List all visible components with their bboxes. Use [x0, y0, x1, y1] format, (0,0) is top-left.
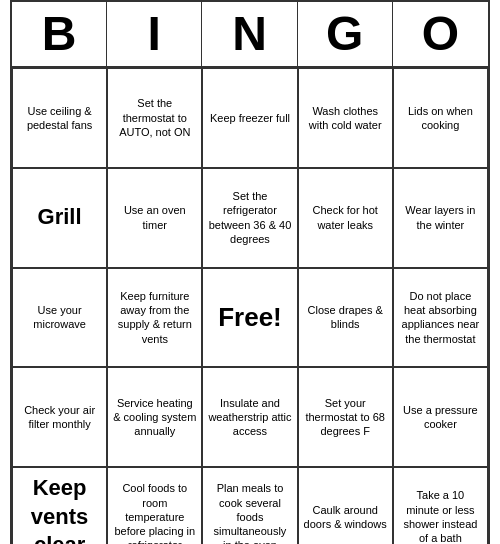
bingo-header: BINGO — [12, 2, 488, 68]
bingo-cell-0: Use ceiling & pedestal fans — [12, 68, 107, 168]
bingo-cell-17: Insulate and weatherstrip attic access — [202, 367, 297, 467]
bingo-cell-2: Keep freezer full — [202, 68, 297, 168]
bingo-cell-4: Lids on when cooking — [393, 68, 488, 168]
bingo-cell-13: Close drapes & blinds — [298, 268, 393, 368]
bingo-cell-15: Check your air filter monthly — [12, 367, 107, 467]
bingo-cell-20: Keep vents clear — [12, 467, 107, 544]
bingo-letter-n: N — [202, 2, 297, 66]
bingo-cell-12: Free! — [202, 268, 297, 368]
bingo-cell-14: Do not place heat absorbing appliances n… — [393, 268, 488, 368]
bingo-cell-21: Cool foods to room temperature before pl… — [107, 467, 202, 544]
bingo-grid: Use ceiling & pedestal fansSet the therm… — [12, 68, 488, 544]
bingo-cell-7: Set the refrigerator between 36 & 40 deg… — [202, 168, 297, 268]
bingo-cell-3: Wash clothes with cold water — [298, 68, 393, 168]
bingo-cell-6: Use an oven timer — [107, 168, 202, 268]
bingo-cell-10: Use your microwave — [12, 268, 107, 368]
bingo-letter-g: G — [298, 2, 393, 66]
bingo-cell-8: Check for hot water leaks — [298, 168, 393, 268]
bingo-cell-9: Wear layers in the winter — [393, 168, 488, 268]
bingo-cell-1: Set the thermostat to AUTO, not ON — [107, 68, 202, 168]
bingo-letter-o: O — [393, 2, 488, 66]
bingo-cell-16: Service heating & cooling system annuall… — [107, 367, 202, 467]
bingo-cell-24: Take a 10 minute or less shower instead … — [393, 467, 488, 544]
bingo-letter-b: B — [12, 2, 107, 66]
bingo-cell-22: Plan meals to cook several foods simulta… — [202, 467, 297, 544]
bingo-cell-23: Caulk around doors & windows — [298, 467, 393, 544]
bingo-cell-18: Set your thermostat to 68 degrees F — [298, 367, 393, 467]
bingo-cell-5: Grill — [12, 168, 107, 268]
bingo-letter-i: I — [107, 2, 202, 66]
bingo-card: BINGO Use ceiling & pedestal fansSet the… — [10, 0, 490, 544]
bingo-cell-19: Use a pressure cooker — [393, 367, 488, 467]
bingo-cell-11: Keep furniture away from the supply & re… — [107, 268, 202, 368]
